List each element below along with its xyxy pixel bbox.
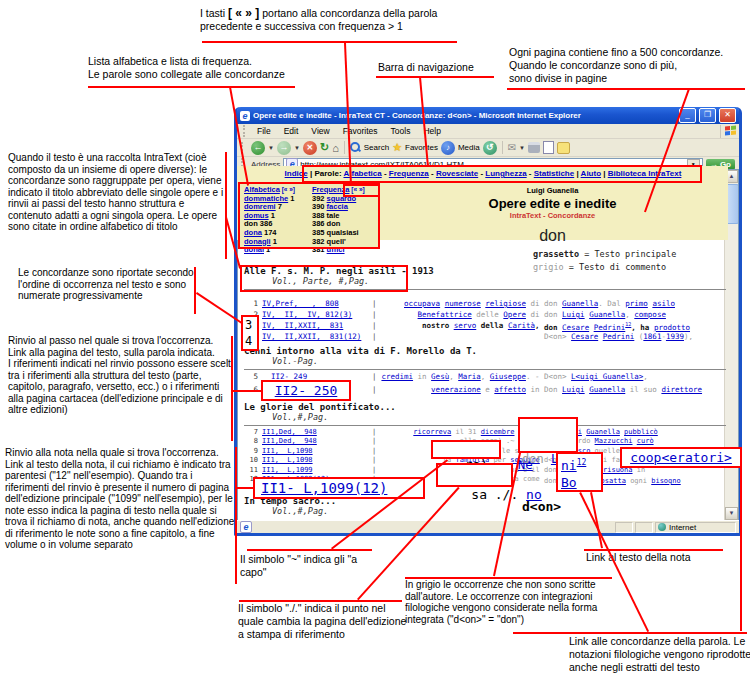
kwic-separator: | [372, 447, 376, 455]
stop-button-icon[interactable]: ✕ [303, 141, 317, 155]
passage-ref-link[interactable]: II1, L,1098 [262, 447, 313, 455]
kwic-before-text: credimi in Gesù, Maria, Giuseppe. - [381, 372, 544, 381]
concordance-word-link[interactable]: Cesare [571, 332, 598, 341]
concordance-word-link[interactable]: Benefattrice [418, 310, 472, 319]
concordance-word-link[interactable]: Maria [458, 372, 481, 381]
menu-grip[interactable] [243, 125, 248, 137]
concordance-word-link[interactable]: pubblicò [624, 428, 658, 436]
refresh-icon[interactable]: ↻ [320, 141, 329, 154]
section-divider [244, 369, 726, 370]
concordance-word-link[interactable]: 1939 [666, 332, 684, 341]
mail-dropdown-icon[interactable]: ▼ [519, 145, 525, 151]
kwic-after-text: D<on> Cesare Pedrini (1861-1939), [544, 332, 693, 341]
menu-item-file[interactable]: File [251, 126, 277, 136]
row-number: 9 [244, 447, 258, 455]
passage-ref-link[interactable]: IV, II,XXII, 831 [262, 321, 343, 330]
concordance-word-link[interactable]: occupava [404, 299, 440, 308]
concordance-word-link[interactable]: Cesare [562, 323, 589, 332]
concordance-word-link[interactable]: prodotto [654, 323, 690, 332]
concordance-word-link[interactable]: Guanella [589, 310, 625, 319]
menu-item-favorites[interactable]: Favorites [337, 126, 384, 136]
passage-ref-link[interactable]: II1, L,1099 [262, 466, 313, 474]
magnified-ref-1099-link[interactable]: II1- L,1099(12) [261, 480, 387, 496]
concordance-word-link[interactable]: compose [634, 310, 666, 319]
maximize-button[interactable]: ❐ [699, 108, 716, 123]
menu-item-tools[interactable]: Tools [385, 126, 417, 136]
concordance-word-link[interactable]: Guanella [586, 428, 620, 436]
concordance-word-link[interactable]: religiose [485, 299, 526, 308]
forward-dropdown-icon[interactable]: ▼ [294, 145, 300, 151]
back-button-icon[interactable]: ← [251, 141, 265, 155]
highlight-section-title-box [240, 265, 408, 292]
back-dropdown-icon[interactable]: ▼ [268, 145, 274, 151]
concordance-word-link[interactable]: Mazzucchi [595, 437, 633, 445]
title-bar[interactable]: e Opere edite e inedite - IntraText CT -… [237, 107, 739, 124]
kwic-after-text: don Cesare Pedrini12, ha prodotto [544, 321, 690, 332]
menu-item-help[interactable]: Help [417, 126, 446, 136]
discuss-icon[interactable] [557, 142, 570, 154]
note-number-link[interactable]: 12 [577, 458, 587, 467]
pagebreak-fragment-link[interactable]: no [526, 487, 542, 502]
concordance-word-link[interactable]: Opere [503, 310, 526, 319]
concordance-word-link[interactable]: venerazione [431, 385, 481, 394]
media-icon[interactable]: ♪ [441, 141, 455, 155]
concordance-word-link[interactable]: numerose [445, 299, 481, 308]
red-connector-line [405, 577, 612, 579]
passage-ref-link[interactable]: II1, L,1098 [262, 456, 313, 464]
note-fragment-link2[interactable]: Bo [561, 475, 577, 490]
passage-ref-link[interactable]: II1,Ded, 948 [262, 437, 317, 445]
forward-button-icon[interactable]: → [277, 141, 291, 155]
concordance-word-link[interactable]: L<uigi Guanella> [571, 372, 643, 381]
concordance-word-link[interactable]: primo [625, 299, 648, 308]
note-fragment-link1[interactable]: ni [561, 458, 577, 473]
concordance-word-link[interactable]: Pedrini [594, 323, 626, 332]
magnified-ref-250-link[interactable]: II2- 250 [275, 383, 338, 398]
concordance-word-link[interactable]: Pedrini [603, 332, 635, 341]
coop-word-link[interactable]: coop<eratori> [630, 450, 732, 465]
passage-ref-link[interactable]: IV,Pref, , 808 [262, 299, 339, 308]
concordance-word-link[interactable]: direttore [661, 385, 702, 394]
mail-icon[interactable]: ✉ [508, 142, 516, 153]
concordance-word-link[interactable]: Guanella [562, 299, 598, 308]
red-connector-line [376, 76, 494, 78]
favorites-icon[interactable]: ★ [392, 141, 402, 154]
concordance-word-link[interactable]: bisogno [651, 477, 681, 485]
search-label[interactable]: Search [364, 143, 389, 152]
concordance-word-link[interactable]: Luigi [562, 385, 585, 394]
menu-item-view[interactable]: View [305, 126, 335, 136]
concordance-word-link[interactable]: Luigi [562, 310, 585, 319]
passage-ref-link[interactable]: II1,Ded, 948 [262, 428, 317, 436]
concordance-word-link[interactable]: Carità [508, 321, 535, 330]
concordance-word-link[interactable]: credimi [381, 372, 413, 381]
red-connector-line [235, 447, 237, 584]
kwic-before-text: nostro servo della Carità, [422, 321, 544, 330]
red-connector-line [237, 487, 255, 489]
red-connector-line [88, 86, 295, 88]
close-button[interactable]: ✕ [719, 108, 736, 123]
magnified-don-fragment: don Lu d<on> [518, 417, 578, 453]
concordance-word-link[interactable]: Giuseppe [490, 372, 526, 381]
concordance-word-link[interactable]: dicembre [481, 428, 515, 436]
concordance-word-link[interactable]: Gesù [431, 372, 449, 381]
menu-item-edit[interactable]: Edit [278, 126, 305, 136]
magnified-pagebreak-fragment: sa ./. no [436, 463, 513, 487]
passage-ref-link[interactable]: IV, II, IV, 812(3) [262, 310, 352, 319]
search-icon[interactable] [350, 142, 361, 153]
concordance-word-link[interactable]: 1861 [643, 332, 661, 341]
media-label[interactable]: Media [458, 143, 480, 152]
print-icon[interactable] [528, 142, 540, 153]
concordance-word-link[interactable]: affetto [494, 385, 526, 394]
home-icon[interactable]: ⌂ [332, 142, 339, 154]
edit-icon[interactable] [543, 141, 554, 154]
concordance-text: , [643, 372, 648, 381]
favorites-label[interactable]: Favorites [405, 143, 438, 152]
concordance-word-link[interactable]: Guanella [589, 385, 625, 394]
concordance-word-link[interactable]: servo [454, 321, 477, 330]
concordance-word-link[interactable]: curò [637, 437, 654, 445]
concordance-word-link[interactable]: asilo [652, 299, 675, 308]
concordance-word-link[interactable]: ricorreva [413, 428, 451, 436]
status-zone-label: Internet [669, 523, 696, 532]
passage-ref-link[interactable]: IV, II,XXII, 831(12) [262, 332, 361, 341]
history-icon[interactable]: ↺ [483, 141, 497, 155]
scroll-down-icon[interactable]: ▼ [725, 507, 738, 520]
